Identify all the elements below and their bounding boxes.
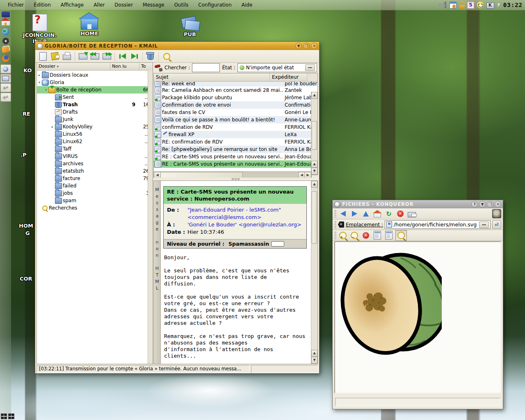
clock[interactable]: 03:22: [503, 2, 523, 8]
folder-row[interactable]: archives...: [37, 160, 153, 167]
folder-row[interactable]: spam: [37, 197, 153, 204]
column-subject[interactable]: Sujet: [154, 73, 270, 81]
toolbar-handle[interactable]: [334, 221, 336, 228]
folder-row[interactable]: ▾Gloria: [37, 79, 153, 86]
shade-button[interactable]: ▼: [295, 43, 302, 49]
message-row[interactable]: Package klibido pour ubuntuJérôme Labid: [154, 94, 317, 101]
folder-row[interactable]: Linux56...: [37, 130, 153, 138]
message-row[interactable]: RE : Carte-SMS vous présente un nouveau …: [154, 153, 317, 160]
maximize-button[interactable]: ❐: [303, 43, 310, 49]
zoom-out-button[interactable]: −: [349, 231, 359, 240]
shade-button[interactable]: ▼: [479, 201, 486, 208]
stop-animations-button[interactable]: ✕: [361, 231, 371, 240]
menu-item[interactable]: Configuration: [194, 1, 236, 9]
folder-row[interactable]: etatsbzh26: [37, 167, 153, 175]
menu-item[interactable]: Édition: [29, 1, 55, 9]
kmail-app-icon[interactable]: [37, 43, 43, 49]
message-list-vscrollbar[interactable]: ▲ ▲ ▼: [311, 92, 317, 175]
tree-expander-icon[interactable]: ▸: [37, 73, 42, 77]
check-mail-button[interactable]: [78, 51, 88, 62]
folder-row[interactable]: failed: [37, 182, 153, 189]
clear-location-icon[interactable]: ✕: [338, 221, 344, 228]
toolbar-handle[interactable]: [334, 210, 336, 217]
message-row[interactable]: Re: [phpwebgallery] une remarque sur ton…: [154, 146, 317, 153]
fit-to-view-button[interactable]: [395, 230, 407, 241]
pager-workspace-2[interactable]: [8, 413, 14, 419]
folder-row[interactable]: Taff: [37, 145, 153, 153]
scroll-up-button[interactable]: ▲: [311, 161, 317, 168]
message-row[interactable]: Voilà ce qui se passe à mon boulôt! a bi…: [154, 116, 317, 123]
column-non-lu[interactable]: Non lu: [110, 63, 139, 70]
message-row[interactable]: Re: Camelia Ashbach en concert samedi 28…: [154, 87, 317, 94]
message-row[interactable]: fautes dans le CVGonéri Le Bo: [154, 109, 317, 116]
kmail-tray-icon[interactable]: [486, 2, 494, 9]
message-row[interactable]: RE : Carte-SMS vous présente un nouveau …: [154, 160, 317, 168]
folder-row[interactable]: VIRUS...: [37, 153, 153, 160]
menu-item[interactable]: Dossier: [110, 1, 137, 9]
forward-button[interactable]: [349, 209, 359, 218]
scroll-down-button[interactable]: ▼: [311, 357, 317, 364]
status-combobox[interactable]: N'importe quel état: [237, 63, 317, 72]
view-page-button-1[interactable]: [372, 231, 382, 240]
konqueror-titlebar[interactable]: FICHIERS - KONQUEROR ? ▼ ❐ ✕: [333, 200, 503, 208]
view-page-button-2[interactable]: [384, 231, 394, 240]
message-row[interactable]: Confirmation de votre envoiConfirmation: [154, 101, 317, 109]
zoom-in-button[interactable]: +: [338, 231, 348, 240]
volume-icon[interactable]: [439, 1, 447, 9]
folder-row[interactable]: Linux62...: [37, 138, 153, 145]
taskbar-window-button-1[interactable]: [0, 83, 11, 92]
message-row[interactable]: RE: confirmation de RDVFERRIOL Kari: [154, 138, 317, 146]
stop-button[interactable]: ✕: [395, 209, 405, 218]
folder-row[interactable]: ▾Boîte de réception66: [37, 86, 153, 94]
desktop-pager[interactable]: [1, 413, 14, 419]
folder-row[interactable]: facture79: [37, 175, 153, 182]
folder-row[interactable]: Drafts: [37, 108, 153, 116]
new-message-button[interactable]: [38, 51, 48, 62]
message-row[interactable]: confirmation de RDVFERRIOL Kari: [154, 123, 317, 131]
print-button[interactable]: [62, 51, 72, 62]
menu-item[interactable]: Outils: [170, 1, 193, 9]
from-value[interactable]: "Jean-Edouard Poirier - leSMS.com" <comm…: [187, 206, 303, 221]
folder-row[interactable]: ▸KoobyVolley25: [37, 123, 153, 130]
go-button[interactable]: ⏎: [492, 220, 501, 229]
message-row[interactable]: Re: week endpol le bouder: [154, 82, 317, 87]
desktop-icon-pub[interactable]: PUB: [171, 15, 208, 37]
pager-workspace-1[interactable]: [1, 413, 7, 419]
taskbar-window-button-2[interactable]: [0, 93, 11, 102]
next-unread-button[interactable]: [129, 51, 140, 62]
media-icon[interactable]: [2, 38, 9, 44]
taskbar-kmail-button[interactable]: [0, 74, 11, 83]
tree-expander-icon[interactable]: ▾: [43, 88, 48, 92]
folder-row[interactable]: Trash916: [37, 101, 153, 108]
messenger-smiley-icon[interactable]: [477, 2, 484, 8]
hscroll-thumb[interactable]: [160, 172, 243, 178]
notes-badge-icon[interactable]: 5: [467, 2, 474, 9]
status-combobox-button[interactable]: [305, 64, 315, 71]
folder-row[interactable]: Junk: [37, 116, 153, 123]
konqueror-app-icon[interactable]: [334, 201, 340, 208]
scroll-up-button[interactable]: ▲: [311, 350, 317, 357]
menu-item[interactable]: Fichier: [3, 1, 28, 9]
close-button[interactable]: ✕: [311, 43, 317, 49]
lock-icon[interactable]: [459, 5, 464, 9]
reader-vscrollbar[interactable]: ▲ ▲ ▼: [311, 181, 317, 364]
firefox-icon[interactable]: [2, 55, 9, 62]
desktop-icon-home[interactable]: HOME: [71, 13, 108, 37]
column-sender[interactable]: Expéditeur: [270, 73, 307, 81]
to-value[interactable]: 'Gonéri Le Bouder' <goneri@rulezlan.org>: [187, 221, 301, 228]
folder-row[interactable]: ▸Dossiers locaux: [37, 71, 153, 79]
menu-item[interactable]: Aide: [237, 1, 257, 9]
folder-row[interactable]: Recherches: [37, 204, 153, 212]
location-input[interactable]: /home/goneri/fichiers/melon.svg: [385, 220, 491, 229]
folder-row[interactable]: jobs3: [37, 189, 153, 197]
tree-expander-icon[interactable]: ▸: [50, 125, 55, 129]
calendar-alarm-icon[interactable]: [450, 2, 457, 9]
close-button[interactable]: ✕: [495, 201, 501, 208]
reply-button[interactable]: [89, 51, 100, 62]
column-dossier[interactable]: Dossier ▾: [37, 63, 110, 70]
column-total[interactable]: To: [139, 63, 153, 70]
trash-button[interactable]: [145, 51, 156, 62]
previous-unread-button[interactable]: [117, 51, 128, 62]
toolbar-handle[interactable]: [334, 232, 336, 239]
scroll-up-button[interactable]: ▲: [311, 181, 317, 188]
